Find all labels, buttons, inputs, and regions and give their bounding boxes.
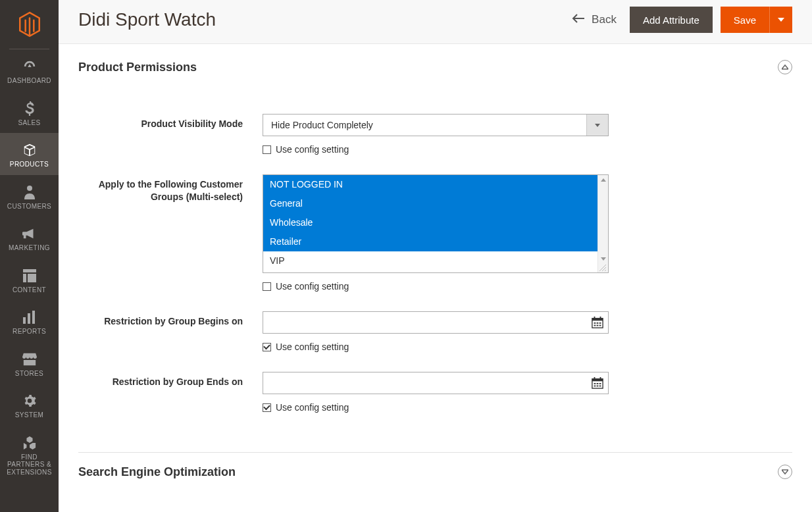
ends-on-input[interactable] <box>263 372 586 394</box>
sidebar-item-label: FIND PARTNERS & EXTENSIONS <box>3 453 56 476</box>
sidebar-item-sales[interactable]: SALES <box>0 91 59 134</box>
sidebar-item-marketing[interactable]: MARKETING <box>0 217 59 259</box>
dollar-icon <box>3 101 56 116</box>
section-divider <box>78 452 792 453</box>
resize-grip-icon <box>599 263 608 272</box>
begins-on-input[interactable] <box>263 312 586 333</box>
save-button[interactable]: Save <box>721 7 770 33</box>
header-actions: Back Add Attribute Save <box>567 7 792 33</box>
multiselect-option[interactable]: VIP <box>263 251 597 270</box>
ends-use-config-checkbox[interactable]: Use config setting <box>263 402 609 413</box>
visibility-mode-label: Product Visibility Mode <box>78 114 263 155</box>
person-icon <box>3 184 56 200</box>
chevron-down-icon <box>595 124 600 127</box>
checkbox-icon <box>263 403 271 412</box>
chevron-up-icon <box>782 64 788 70</box>
svg-rect-23 <box>599 383 601 384</box>
layout-icon <box>3 268 56 284</box>
box-icon <box>3 142 56 158</box>
sidebar-item-label: SALES <box>3 119 56 127</box>
multiselect-option[interactable]: Wholesale <box>263 213 597 232</box>
multiselect-option[interactable]: General <box>263 194 597 213</box>
collapse-toggle[interactable] <box>778 465 792 479</box>
multiselect-option[interactable]: Retailer <box>263 232 597 251</box>
svg-rect-2 <box>23 274 26 282</box>
checkbox-icon <box>263 145 271 154</box>
svg-rect-6 <box>32 311 35 324</box>
svg-rect-20 <box>599 377 601 380</box>
visibility-mode-value: Hide Product Completely <box>263 115 586 136</box>
megaphone-icon <box>3 226 56 242</box>
calendar-icon <box>592 317 603 328</box>
multiselect-option[interactable]: NOT LOGGED IN <box>263 175 597 194</box>
svg-point-0 <box>27 186 32 191</box>
scroll-up-icon <box>598 175 608 184</box>
sidebar-item-system[interactable]: SYSTEM <box>0 384 59 426</box>
section-product-permissions-header[interactable]: Product Permissions <box>78 60 792 74</box>
sidebar-item-label: PRODUCTS <box>3 161 56 168</box>
svg-rect-24 <box>594 386 596 387</box>
add-attribute-button[interactable]: Add Attribute <box>630 7 713 33</box>
sidebar-item-customers[interactable]: CUSTOMERS <box>0 175 59 217</box>
ends-on-date-input[interactable] <box>263 372 609 394</box>
sidebar-nav: DASHBOARD SALES PRODUCTS CUSTOMERS MARKE… <box>0 49 59 482</box>
svg-rect-11 <box>594 322 596 324</box>
section-title: Product Permissions <box>78 61 197 74</box>
svg-rect-14 <box>594 325 596 326</box>
svg-rect-25 <box>596 386 598 387</box>
calendar-button[interactable] <box>586 372 608 394</box>
svg-rect-22 <box>596 383 598 384</box>
blocks-icon <box>3 435 56 451</box>
collapse-toggle[interactable] <box>778 60 792 74</box>
svg-rect-15 <box>596 325 598 326</box>
svg-rect-4 <box>23 317 26 324</box>
begins-use-config-checkbox[interactable]: Use config setting <box>263 342 609 352</box>
svg-rect-5 <box>28 313 30 324</box>
sidebar-item-label: DASHBOARD <box>3 77 56 85</box>
sidebar-item-reports[interactable]: REPORTS <box>0 300 59 342</box>
section-seo-header[interactable]: Search Engine Optimization <box>78 465 792 479</box>
checkbox-icon <box>263 343 271 351</box>
groups-use-config-checkbox[interactable]: Use config setting <box>263 281 609 292</box>
storefront-icon <box>3 351 56 367</box>
checkbox-label: Use config setting <box>276 402 349 413</box>
page-header: Didi Sport Watch Back Add Attribute Save <box>59 0 812 44</box>
chevron-down-icon <box>782 469 788 475</box>
customer-groups-label: Apply to the Following Customer Groups (… <box>78 174 263 292</box>
magento-logo <box>0 0 59 49</box>
sidebar-item-label: STORES <box>3 370 56 378</box>
svg-rect-16 <box>599 325 601 326</box>
dashboard-icon <box>3 59 56 74</box>
section-title: Search Engine Optimization <box>78 465 236 479</box>
save-dropdown-toggle[interactable] <box>770 7 792 33</box>
sidebar-item-partners[interactable]: FIND PARTNERS & EXTENSIONS <box>0 426 59 483</box>
begins-on-date-input[interactable] <box>263 311 609 334</box>
arrow-left-icon <box>572 13 585 26</box>
sidebar-item-label: MARKETING <box>3 244 56 252</box>
sidebar-item-stores[interactable]: STORES <box>0 342 59 384</box>
svg-rect-3 <box>28 274 36 282</box>
begins-on-label: Restriction by Group Begins on <box>78 311 263 352</box>
svg-rect-26 <box>599 386 601 387</box>
sidebar-item-label: CUSTOMERS <box>3 203 56 211</box>
visibility-mode-select[interactable]: Hide Product Completely <box>263 114 609 136</box>
admin-sidebar: DASHBOARD SALES PRODUCTS CUSTOMERS MARKE… <box>0 0 59 512</box>
sidebar-item-products[interactable]: PRODUCTS <box>0 133 59 175</box>
back-label: Back <box>592 13 617 26</box>
svg-rect-21 <box>594 383 596 384</box>
back-button[interactable]: Back <box>567 13 622 26</box>
customer-groups-multiselect[interactable]: NOT LOGGED IN General Wholesale Retailer… <box>263 174 609 273</box>
visibility-use-config-checkbox[interactable]: Use config setting <box>263 144 609 155</box>
checkbox-label: Use config setting <box>276 281 349 292</box>
scroll-down-icon <box>598 254 608 263</box>
main-content: Didi Sport Watch Back Add Attribute Save… <box>59 0 812 512</box>
sidebar-item-dashboard[interactable]: DASHBOARD <box>0 49 59 91</box>
svg-rect-18 <box>592 379 602 382</box>
checkbox-label: Use config setting <box>276 342 349 352</box>
calendar-button[interactable] <box>586 312 608 333</box>
multiselect-scrollbar[interactable] <box>597 175 608 272</box>
checkbox-label: Use config setting <box>276 144 349 155</box>
multiselect-list: NOT LOGGED IN General Wholesale Retailer… <box>263 175 597 272</box>
sidebar-item-content[interactable]: CONTENT <box>0 259 59 301</box>
page-title: Didi Sport Watch <box>78 9 216 30</box>
